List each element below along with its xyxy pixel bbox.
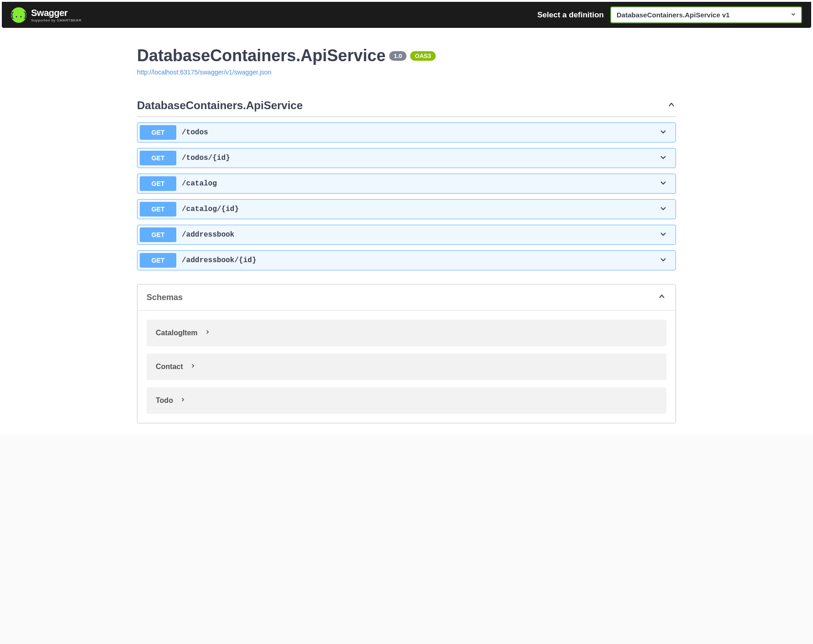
schemas-section: Schemas CatalogItem Contact Todo [137,284,676,423]
schema-name: Contact [156,363,183,371]
chevron-right-icon [179,396,186,405]
schema-item[interactable]: Todo [147,387,666,414]
chevron-down-icon [653,255,673,266]
operation-block[interactable]: GET /todos/{id} [137,148,676,168]
schemas-title: Schemas [147,293,183,302]
operation-path: /todos [176,128,653,137]
tag-name: DatabaseContainers.ApiService [137,99,303,112]
logo-text-main: Swagger [31,8,81,18]
operation-path: /catalog/{id} [176,205,653,213]
chevron-up-icon [667,100,676,111]
api-title: DatabaseContainers.ApiService [137,46,385,65]
chevron-right-icon [204,329,211,337]
operation-block[interactable]: GET /todos [137,122,676,143]
schema-item[interactable]: CatalogItem [147,320,666,346]
chevron-down-icon [653,178,673,189]
version-badge: 1.0 [389,51,406,61]
definition-label: Select a definition [538,11,604,20]
schema-item[interactable]: Contact [147,354,666,380]
operation-path: /addressbook [176,231,653,239]
chevron-down-icon [653,153,673,164]
operation-block[interactable]: GET /addressbook/{id} [137,250,676,270]
operation-path: /addressbook/{id} [176,256,653,264]
chevron-up-icon [657,292,666,303]
spec-url-link[interactable]: http://localhost:63175/swagger/v1/swagge… [137,69,271,76]
operation-path: /todos/{id} [176,154,653,162]
chevron-down-icon [653,127,673,138]
operation-block[interactable]: GET /catalog [137,174,676,194]
logo[interactable]: {..} Swagger Supported by SMARTBEAR [11,7,81,23]
tag-header[interactable]: DatabaseContainers.ApiService [137,95,676,117]
operation-path: /catalog [176,179,653,188]
schemas-header[interactable]: Schemas [137,285,676,311]
definition-select[interactable]: DatabaseContainers.ApiService v1 [610,6,802,23]
api-info: DatabaseContainers.ApiService 1.0 OAS3 h… [137,46,676,76]
http-method-badge: GET [140,176,176,191]
swagger-icon: {..} [11,7,26,23]
operation-block[interactable]: GET /addressbook [137,225,676,245]
topbar: {..} Swagger Supported by SMARTBEAR Sele… [2,2,811,28]
logo-text-sub: Supported by SMARTBEAR [31,18,81,22]
schema-name: Todo [156,396,173,405]
tag-section: DatabaseContainers.ApiService GET /todos… [137,95,676,270]
schema-name: CatalogItem [156,329,198,337]
chevron-down-icon [653,204,673,215]
definition-selector: Select a definition DatabaseContainers.A… [538,6,802,23]
http-method-badge: GET [140,125,176,140]
oas-badge: OAS3 [410,51,435,61]
http-method-badge: GET [140,202,176,216]
chevron-right-icon [190,363,196,371]
http-method-badge: GET [140,151,176,165]
http-method-badge: GET [140,227,176,242]
chevron-down-icon [653,229,673,240]
operation-block[interactable]: GET /catalog/{id} [137,199,676,219]
http-method-badge: GET [140,253,176,268]
